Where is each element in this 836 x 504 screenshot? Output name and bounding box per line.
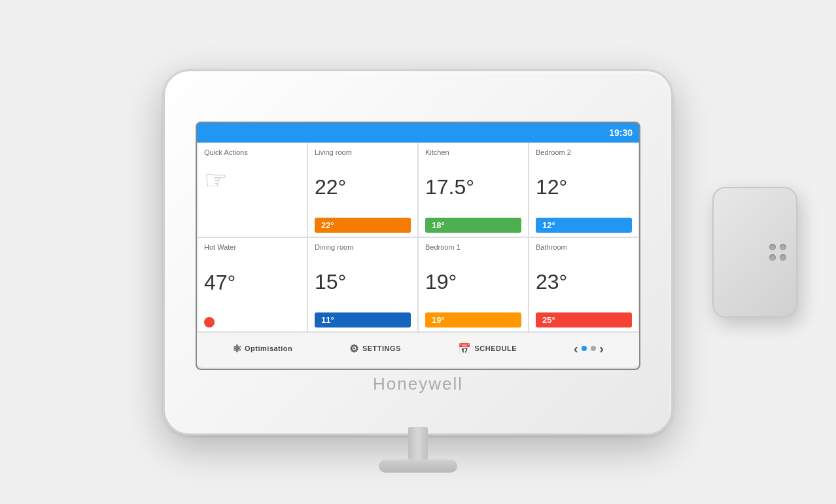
nav-settings[interactable]: ⚙ SETTINGS xyxy=(349,343,401,355)
optimisation-label: Optimisation xyxy=(245,344,292,352)
bathroom-temp: 23° xyxy=(536,271,632,292)
tile-dining-room[interactable]: Dining room 15° 11° xyxy=(307,237,418,332)
tile-bedroom1[interactable]: Bedroom 1 19° 19° xyxy=(418,237,529,332)
tile-bedroom2[interactable]: Bedroom 2 12° 12° xyxy=(529,143,639,237)
bedroom2-setpoint: 12° xyxy=(536,218,632,233)
device-stand xyxy=(379,427,457,473)
receiver-unit xyxy=(712,187,797,318)
receiver-dot-2 xyxy=(780,244,786,250)
tile-grid: Quick Actions ☞ Living room 22° 22° Kitc… xyxy=(197,143,639,332)
tile-living-room[interactable]: Living room 22° 22° xyxy=(307,143,418,237)
hot-water-label: Hot Water xyxy=(204,243,236,251)
dot-1 xyxy=(582,346,587,351)
hot-water-temp: 47° xyxy=(204,272,235,293)
scene: 19:30 Quick Actions ☞ Living room 22° 22… xyxy=(58,24,778,481)
thermostat-device: 19:30 Quick Actions ☞ Living room 22° 22… xyxy=(163,69,673,435)
nav-optimisation[interactable]: ⚛ Optimisation xyxy=(232,343,293,355)
brand-label: Honeywell xyxy=(373,374,463,394)
bottom-nav: ⚛ Optimisation ⚙ SETTINGS 📅 SCHEDULE ‹ xyxy=(197,332,639,365)
tile-quick-actions[interactable]: Quick Actions ☞ xyxy=(197,143,307,237)
settings-label: SETTINGS xyxy=(362,344,401,352)
prev-arrow[interactable]: ‹ xyxy=(574,341,578,356)
living-room-label: Living room xyxy=(315,148,411,156)
schedule-icon: 📅 xyxy=(458,343,472,355)
bedroom1-label: Bedroom 1 xyxy=(425,243,521,251)
nav-schedule[interactable]: 📅 SCHEDULE xyxy=(458,343,517,355)
bathroom-setpoint: 25° xyxy=(536,312,632,328)
dining-room-setpoint: 11° xyxy=(315,312,411,328)
kitchen-setpoint: 18° xyxy=(425,218,521,233)
touch-icon: ☞ xyxy=(204,165,228,195)
tile-kitchen[interactable]: Kitchen 17.5° 18° xyxy=(418,143,529,237)
receiver-dot-3 xyxy=(769,254,776,261)
thermostat-screen: 19:30 Quick Actions ☞ Living room 22° 22… xyxy=(196,122,640,370)
bedroom2-temp: 12° xyxy=(536,176,632,197)
receiver-dots xyxy=(769,244,786,261)
hot-water-indicator xyxy=(204,317,215,328)
stand-base xyxy=(379,460,457,473)
pagination-dots xyxy=(582,346,596,351)
nav-pagination: ‹ › xyxy=(574,341,604,356)
kitchen-label: Kitchen xyxy=(425,148,521,156)
kitchen-temp: 17.5° xyxy=(425,176,521,197)
living-room-setpoint: 22° xyxy=(315,218,411,233)
dining-room-temp: 15° xyxy=(315,271,411,292)
schedule-label: SCHEDULE xyxy=(474,344,517,352)
receiver-dot-4 xyxy=(780,254,786,261)
stand-neck xyxy=(408,427,428,460)
optimisation-icon: ⚛ xyxy=(232,343,242,355)
tile-hot-water[interactable]: Hot Water 47° xyxy=(197,237,307,332)
next-arrow[interactable]: › xyxy=(599,341,604,356)
bedroom1-temp: 19° xyxy=(425,271,521,292)
bedroom2-label: Bedroom 2 xyxy=(536,148,632,156)
settings-icon: ⚙ xyxy=(349,343,359,355)
screen-topbar: 19:30 xyxy=(197,123,639,143)
quick-actions-label: Quick Actions xyxy=(204,148,248,156)
receiver-dot-1 xyxy=(769,244,776,250)
screen-time: 19:30 xyxy=(609,127,633,138)
dining-room-label: Dining room xyxy=(315,243,411,251)
living-room-temp: 22° xyxy=(315,176,411,197)
tile-bathroom[interactable]: Bathroom 23° 25° xyxy=(529,237,639,332)
bedroom1-setpoint: 19° xyxy=(425,312,521,328)
bathroom-label: Bathroom xyxy=(536,243,632,251)
dot-2 xyxy=(591,346,596,351)
